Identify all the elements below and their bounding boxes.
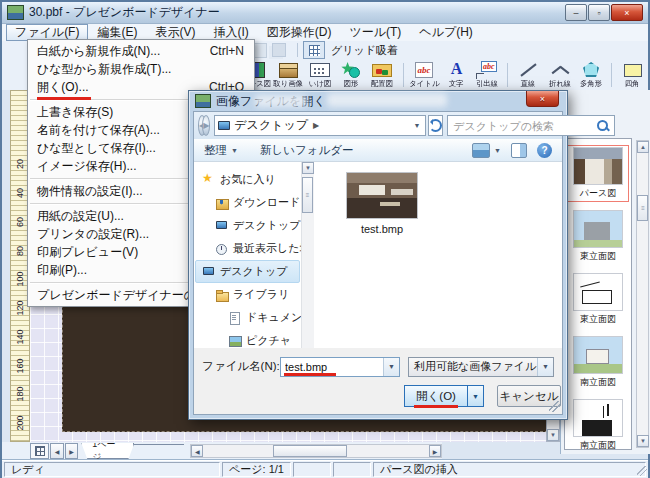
open-button-dropdown[interactable]: ▼ [468,385,484,407]
scrollbar-thumb[interactable]: ≡ [302,177,313,213]
nav-item-label: ライブラリ [233,287,289,302]
scrollbar-thumb[interactable] [273,445,347,457]
maximize-button[interactable]: ▫ [588,4,610,21]
file-menu-item[interactable]: 白紙から新規作成(N)... Ctrl+N [28,42,254,60]
chevron-right-icon[interactable]: ▶ [313,121,319,130]
tool-button[interactable] [503,59,513,90]
help-icon[interactable]: ? [537,143,552,158]
nav-item[interactable]: ライブラリ [195,283,300,306]
tool-label: いけ図 [308,79,330,87]
tool-icon [517,61,539,79]
tool-button[interactable] [398,59,408,90]
forward-button[interactable]: ▶ [202,115,210,136]
filename-input[interactable] [281,361,381,373]
nav-item-label: お気に入り [220,172,276,187]
template-item[interactable]: 南立面図 [567,334,629,391]
filetype-combo[interactable]: 利用可能な画像ファイル ▼ [408,357,554,377]
views-icon[interactable] [472,143,490,158]
tool-button[interactable]: 図形 [335,59,366,90]
filetype-value: 利用可能な画像ファイル [414,359,536,374]
page-grid-button[interactable] [30,443,49,459]
tool-button[interactable]: 配置図 [367,59,398,90]
tool-button[interactable]: 引出線 [471,59,502,90]
status-hint: パース図の挿入 [373,462,646,477]
nav-item-label: ピクチャ [246,333,291,348]
tool-icon [621,61,643,79]
chevron-down-icon[interactable]: ▼ [494,147,501,154]
page-tab[interactable]: 1ページ [81,443,134,459]
tool-button[interactable]: 多角形 [575,59,606,90]
organize-menu[interactable]: 整理▼ [204,143,238,158]
nav-item[interactable]: デスクトップ [195,260,300,283]
tool-button[interactable]: 折れ線 [544,59,575,90]
dialog-close-button[interactable]: × [526,91,559,107]
grid-snap-label: グリッド吸着 [331,43,398,58]
scroll-right-icon[interactable]: ▶ [429,445,441,457]
paste-icon[interactable] [254,43,267,58]
tab-next-button[interactable]: ▶ [65,443,79,459]
title-bar: 30.pbf - プレゼンボードデザイナー – ▫ × [2,2,648,24]
nav-item[interactable]: ドキュメント [195,306,300,329]
open-button[interactable]: 開く(O) [404,385,468,407]
tool-button[interactable]: タイトル [408,59,440,90]
template-item[interactable]: パース図 [567,145,629,202]
tool-button[interactable]: 直線 [513,59,544,90]
tool-button[interactable]: 四角 [617,59,648,90]
preview-pane-icon[interactable] [511,143,527,158]
scroll-up-icon[interactable]: ▲ [637,141,649,153]
breadcrumb[interactable]: デスクトップ ▶ ▼ [214,115,426,136]
search-box[interactable] [447,115,615,136]
nav-item-icon [215,197,229,209]
template-item[interactable]: 東立面図 [567,208,629,265]
scroll-down-icon[interactable]: ▼ [637,435,649,447]
template-item[interactable]: 南立面図 [567,397,629,450]
copy-icon[interactable] [272,43,286,57]
tool-button[interactable]: 取り画像 [272,59,304,90]
new-folder-button[interactable]: 新しいフォルダー [260,143,354,158]
tab-prev-button[interactable]: ◀ [50,443,64,459]
file-item[interactable]: test.bmp [337,172,427,235]
grid-snap-button[interactable] [303,41,325,59]
status-cell [333,462,371,477]
chevron-down-icon[interactable]: ▼ [411,122,422,129]
menu-item-label: ひな型から新規作成(T)... [37,61,171,78]
template-label: 南立面図 [580,439,616,450]
tool-label: 四角 [625,79,640,87]
refresh-button[interactable] [428,115,443,136]
nav-item[interactable]: ダウンロード [195,191,300,214]
search-input[interactable] [451,119,597,133]
status-ready: レディ [4,462,220,477]
tool-button[interactable] [607,59,617,90]
tool-label: 配置図 [371,79,393,87]
sidebar-scrollbar[interactable]: ▲ ≡ ▼ [301,162,314,348]
scrollbar-thumb[interactable]: ≡ [637,195,648,221]
tool-icon [549,61,571,79]
close-button[interactable]: × [611,4,643,21]
nav-item[interactable]: ピクチャ [195,329,300,348]
breadcrumb-location[interactable]: デスクトップ [234,117,308,134]
template-item[interactable]: 東立面図 [567,271,629,328]
tool-button[interactable]: 文字 [440,59,471,90]
panel-scrollbar[interactable]: ▲ ≡ ▼ [636,140,649,448]
tool-button[interactable]: いけ図 [304,59,335,90]
template-label: 南立面図 [580,376,616,389]
filename-combo[interactable]: ▼ [280,357,400,377]
minimize-button[interactable]: – [565,4,587,21]
file-menu-item[interactable]: ひな型から新規作成(T)... [28,60,254,78]
nav-item[interactable]: 最近表示した場所 [195,237,300,260]
scroll-left-icon[interactable]: ◀ [191,445,203,457]
resize-grip[interactable] [637,466,647,476]
nav-item[interactable]: お気に入り [195,168,300,191]
menu-bar-item[interactable]: 図形操作(D) [258,24,341,41]
nav-item[interactable]: デスクトップ [195,214,300,237]
tool-label: タイトル [409,79,439,87]
chevron-down-icon[interactable]: ▼ [537,358,553,376]
menu-bar-item[interactable]: ツール(T) [340,24,410,41]
chevron-down-icon[interactable]: ▼ [383,358,399,376]
menu-bar-item[interactable]: ヘルプ(H) [410,24,482,41]
dialog-resize-grip[interactable] [549,401,560,412]
canvas-horizontal-scrollbar[interactable]: ◀ ▶ [190,444,442,458]
scroll-down-icon[interactable]: ▼ [547,429,559,441]
scroll-down-icon[interactable]: ▼ [302,162,314,174]
tool-label: 引出線 [476,79,498,87]
